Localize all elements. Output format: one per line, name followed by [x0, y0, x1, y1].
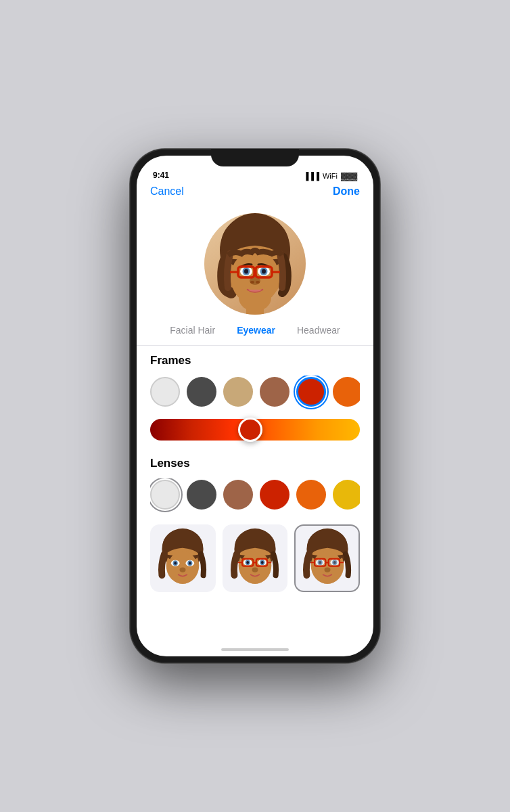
svg-point-35: [252, 568, 258, 572]
frame-color-brown[interactable]: [260, 377, 289, 407]
slider-track: [150, 419, 360, 441]
thumb-red-glasses[interactable]: [223, 524, 288, 592]
svg-point-11: [244, 269, 248, 274]
phone-screen: 9:41 ▐▐▐ WiFi ▓▓▓ Cancel Done: [137, 156, 373, 656]
tab-eyewear[interactable]: Eyewear: [226, 322, 286, 338]
frames-section: Frames: [137, 346, 373, 451]
svg-point-51: [324, 568, 330, 572]
svg-point-27: [175, 562, 177, 565]
avatar-area: [137, 203, 373, 318]
signal-icon: ▐▐▐: [304, 172, 319, 180]
tab-facial-hair[interactable]: Facial Hair: [159, 322, 226, 338]
lens-color-yellow[interactable]: [333, 480, 360, 510]
lens-color-clear[interactable]: [150, 480, 180, 510]
done-button[interactable]: Done: [333, 185, 360, 198]
thumb-clear-glasses[interactable]: [294, 524, 360, 592]
memoji-svg: [204, 213, 306, 315]
lens-color-brown[interactable]: [223, 480, 253, 510]
lenses-section: Lenses: [137, 451, 373, 516]
status-time: 9:41: [153, 171, 169, 180]
svg-point-38: [246, 561, 249, 564]
frame-color-dark-gray[interactable]: [187, 377, 216, 407]
svg-point-14: [262, 269, 266, 274]
svg-point-24: [180, 568, 186, 572]
segment-tabs: Facial Hair Eyewear Headwear: [137, 318, 373, 346]
thumb-no-glasses[interactable]: [150, 524, 216, 592]
svg-rect-5: [246, 300, 264, 315]
svg-point-8: [256, 281, 260, 284]
phone-frame: 9:41 ▐▐▐ WiFi ▓▓▓ Cancel Done: [130, 149, 380, 663]
svg-rect-58: [315, 559, 325, 566]
lenses-title: Lenses: [150, 457, 360, 470]
svg-point-7: [250, 281, 254, 284]
svg-rect-59: [328, 559, 339, 566]
svg-point-41: [261, 561, 264, 564]
cancel-button[interactable]: Cancel: [150, 185, 184, 198]
lenses-color-row: [150, 478, 360, 516]
tab-headwear[interactable]: Headwear: [286, 322, 351, 338]
frame-color-tan[interactable]: [223, 377, 253, 407]
slider-thumb[interactable]: [238, 418, 262, 442]
frame-color-white[interactable]: [150, 377, 180, 407]
wifi-icon: WiFi: [323, 172, 338, 180]
lens-color-dark-gray[interactable]: [187, 480, 216, 510]
lens-color-orange[interactable]: [296, 480, 326, 510]
home-indicator: [221, 648, 289, 651]
frame-color-orange[interactable]: [333, 377, 360, 407]
battery-icon: ▓▓▓: [341, 172, 357, 180]
color-slider[interactable]: [150, 413, 360, 451]
frames-color-row: [150, 376, 360, 413]
frames-title: Frames: [150, 354, 360, 367]
notch: [211, 149, 299, 166]
avatar: [204, 213, 306, 315]
lens-color-red[interactable]: [260, 480, 289, 510]
status-icons: ▐▐▐ WiFi ▓▓▓: [304, 172, 357, 180]
thumbnail-row: [137, 516, 373, 592]
frame-color-red[interactable]: [296, 377, 326, 407]
top-nav: Cancel Done: [137, 183, 373, 203]
svg-point-30: [189, 562, 191, 565]
